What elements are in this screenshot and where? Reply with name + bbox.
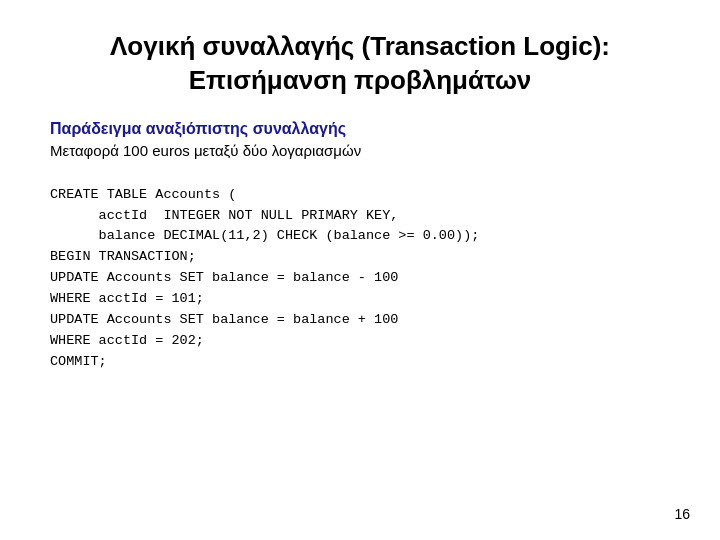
slide-container: Λογική συναλλαγής (Transaction Logic): Ε…	[0, 0, 720, 540]
code-block: CREATE TABLE Accounts ( acctId INTEGER N…	[50, 185, 670, 373]
subtitle-bold: Παράδειγμα αναξιόπιστης συναλλαγής	[50, 120, 670, 138]
subtitle-section: Παράδειγμα αναξιόπιστης συναλλαγής Μεταφ…	[50, 120, 670, 159]
subtitle-normal: Μεταφορά 100 euros μεταξύ δύο λογαριασμώ…	[50, 142, 670, 159]
slide-title: Λογική συναλλαγής (Transaction Logic): Ε…	[50, 30, 670, 98]
title-section: Λογική συναλλαγής (Transaction Logic): Ε…	[50, 30, 670, 98]
title-line1: Λογική συναλλαγής (Transaction Logic):	[110, 31, 610, 61]
page-number: 16	[674, 506, 690, 522]
title-line2: Επισήμανση προβλημάτων	[189, 65, 532, 95]
